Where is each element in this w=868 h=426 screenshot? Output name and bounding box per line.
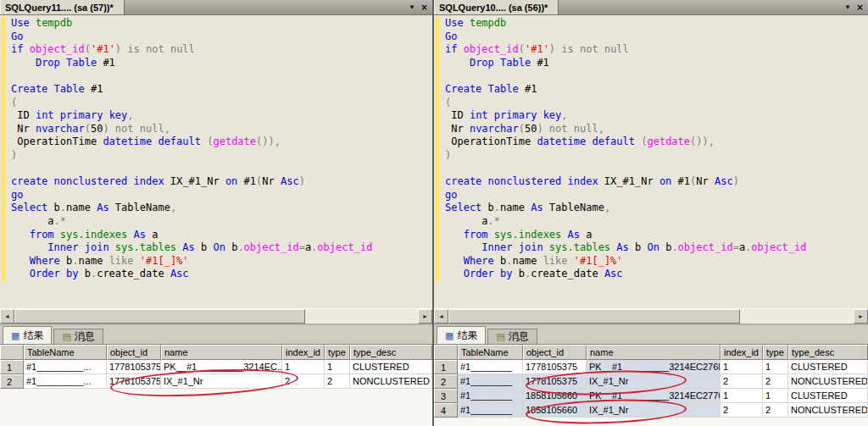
grid-column-header[interactable]: TableName <box>24 345 107 360</box>
code-line: Select b.name As TableName, <box>445 202 806 215</box>
horizontal-scrollbar[interactable]: ◄ ► <box>434 308 868 324</box>
tab-messages[interactable]: ▤ 消息 <box>53 329 103 344</box>
grid-cell[interactable]: NONCLUSTERED <box>788 374 868 389</box>
grid-cell[interactable]: 1 <box>282 360 325 374</box>
scrollbar-track[interactable] <box>448 309 854 324</box>
code-token: a <box>445 215 488 227</box>
tab-messages[interactable]: ▤ 消息 <box>487 329 537 344</box>
code-token <box>11 255 30 267</box>
row-header[interactable]: 2 <box>434 374 458 389</box>
tab-results[interactable]: ▦ 结果 <box>437 326 486 344</box>
grid-cell[interactable]: 2 <box>721 403 763 418</box>
tab-controls: ▼ × <box>403 0 432 14</box>
grid-cell[interactable]: CLUSTERED <box>350 360 432 374</box>
grid-cell[interactable]: 2 <box>282 374 325 389</box>
grid-column-header[interactable]: object_id <box>523 345 587 360</box>
code-token <box>11 229 30 241</box>
grid-cell[interactable]: CLUSTERED <box>788 389 868 403</box>
grid-cell[interactable]: IX_#1_Nr <box>587 403 721 418</box>
grid-cell[interactable]: #1________ <box>458 374 523 389</box>
grid-cell[interactable]: IX_#1_Nr <box>161 374 282 389</box>
grid-cell[interactable]: 1778105375 <box>107 374 161 389</box>
grid-cell[interactable]: 2 <box>325 374 350 389</box>
tab-list-dropdown-icon[interactable]: ▼ <box>844 3 851 11</box>
grid-column-header[interactable]: type_desc <box>350 345 432 360</box>
grid-cell[interactable]: PK__#1_________3214EC276B... <box>587 360 721 374</box>
grid-cell[interactable]: 1 <box>325 360 350 374</box>
grid-column-header[interactable]: index_id <box>282 345 325 360</box>
grid-column-header[interactable]: name <box>587 345 721 360</box>
scrollbar-track[interactable] <box>14 309 418 324</box>
close-icon[interactable]: × <box>421 3 427 13</box>
grid-cell[interactable]: IX_#1_Nr <box>587 374 721 389</box>
tab-results[interactable]: ▦ 结果 <box>3 326 52 344</box>
grid-cell[interactable]: PK__#1_________3214EC2770... <box>587 389 721 403</box>
document-tab[interactable]: SQLQuery11.... (sa (57))* <box>0 0 125 14</box>
scroll-left-icon[interactable]: ◄ <box>434 309 448 324</box>
grid-cell[interactable]: 1778105375 <box>523 374 587 389</box>
sql-editor[interactable]: Use tempdbGoif object_id('#1') is not nu… <box>434 15 868 308</box>
code-token: create nonclustered index <box>445 175 598 187</box>
grid-cell[interactable]: #1_________... <box>24 374 107 389</box>
grid-cell[interactable]: 1778105375 <box>107 360 161 374</box>
code-line: create nonclustered index IX_#1_Nr on #1… <box>445 175 806 189</box>
scrollbar-thumb[interactable] <box>14 309 305 324</box>
grid-column-header[interactable]: object_id <box>107 345 161 360</box>
code-token: Order by <box>30 268 79 279</box>
grid-cell[interactable]: 1 <box>763 389 788 403</box>
tab-list-dropdown-icon[interactable]: ▼ <box>409 3 415 11</box>
code-token: b <box>494 255 506 267</box>
grid-cell[interactable]: 1858105660 <box>523 403 587 418</box>
row-header[interactable]: 1 <box>434 360 458 374</box>
grid-corner-header[interactable] <box>0 345 24 360</box>
row-header[interactable]: 3 <box>434 389 458 403</box>
grid-column-header[interactable]: type <box>763 345 788 360</box>
grid-column-header[interactable]: index_id <box>721 345 763 360</box>
code-line: Use tempdb <box>445 17 806 30</box>
sql-editor[interactable]: Use tempdbGoif object_id('#1') is not nu… <box>0 15 432 308</box>
grid-corner-header[interactable] <box>434 345 458 360</box>
grid-cell[interactable]: NONCLUSTERED <box>788 403 868 418</box>
code-token: #1 <box>531 57 549 69</box>
query-panel-left: SQLQuery11.... (sa (57))* ▼ × Use tempdb… <box>0 0 434 426</box>
grid-cell[interactable]: #1________ <box>458 403 523 418</box>
scroll-left-icon[interactable]: ◄ <box>0 309 14 324</box>
grid-cell[interactable]: CLUSTERED <box>788 360 868 374</box>
grid-cell[interactable]: NONCLUSTERED <box>350 374 432 389</box>
horizontal-scrollbar[interactable]: ◄ ► <box>0 308 432 324</box>
code-token: As <box>531 202 542 213</box>
code-token <box>445 57 470 69</box>
code-token: name <box>66 202 97 213</box>
grid-cell[interactable]: 2 <box>721 374 763 389</box>
grid-column-header[interactable]: name <box>161 345 282 360</box>
scroll-right-icon[interactable]: ► <box>854 309 868 324</box>
row-header[interactable]: 2 <box>0 374 24 389</box>
row-header[interactable]: 4 <box>434 403 458 418</box>
grid-column-header[interactable]: TableName <box>458 345 523 360</box>
grid-cell[interactable]: 1858105660 <box>523 389 587 403</box>
grid-cell[interactable]: 1 <box>721 360 763 374</box>
grid-cell[interactable]: 1 <box>721 389 763 403</box>
grid-cell[interactable]: #1_________... <box>24 360 107 374</box>
grid-cell[interactable]: 1778105375 <box>523 360 587 374</box>
document-tab[interactable]: SQLQuery10.... (sa (56))* <box>434 0 559 14</box>
grid-cell[interactable]: 2 <box>763 374 788 389</box>
grid-cell[interactable]: #1________ <box>458 360 523 374</box>
grid-column-header[interactable]: type_desc <box>788 345 868 360</box>
code-token: '#1[_]%' <box>574 255 623 267</box>
scrollbar-thumb[interactable] <box>448 309 740 324</box>
code-token: object_id <box>751 241 806 253</box>
code-token: object_id <box>678 241 733 253</box>
grid-cell[interactable]: 2 <box>763 403 788 418</box>
grid-column-header[interactable]: type <box>325 345 350 360</box>
row-header[interactable]: 1 <box>0 360 24 374</box>
code-token: 50 <box>525 123 537 135</box>
grid-cell[interactable]: #1________ <box>458 389 523 403</box>
code-token: from <box>30 229 54 241</box>
code-token: IX_#1_Nr <box>598 175 659 187</box>
code-line: Nr nvarchar(50) not null, <box>11 123 372 136</box>
grid-cell[interactable]: PK__#1_________3214EC... <box>161 360 282 374</box>
close-icon[interactable]: × <box>857 3 863 13</box>
scroll-right-icon[interactable]: ► <box>418 309 432 324</box>
grid-cell[interactable]: 1 <box>763 360 788 374</box>
